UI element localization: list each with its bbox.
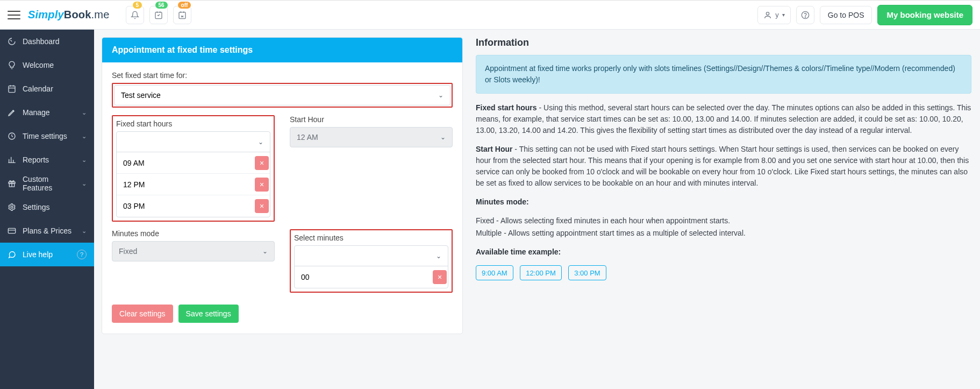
svg-point-2 <box>767 12 769 15</box>
info-paragraph-multiple-mode: Multiple - Allows setting appointment st… <box>476 228 971 239</box>
chevron-down-icon: ⌄ <box>82 109 87 116</box>
panel-title: Appointment at fixed time settings <box>102 38 462 62</box>
tasks-button[interactable]: 56 <box>149 6 168 24</box>
svg-rect-10 <box>8 228 15 233</box>
logo[interactable]: SimplyBook.me <box>28 9 110 21</box>
chevron-down-icon: ⌄ <box>438 91 443 99</box>
time-example-pills: 9:00 AM 12:00 PM 3:00 PM <box>476 265 971 280</box>
fixed-hours-box: ⌄ 09 AM × 12 PM × <box>116 131 270 217</box>
notifications-button[interactable]: 5 <box>126 6 144 24</box>
my-booking-website-button[interactable]: My booking website <box>877 5 972 25</box>
chevron-down-icon: ⌄ <box>82 228 87 235</box>
question-icon <box>801 11 810 19</box>
service-select-label: Set fixed start time for: <box>112 71 453 80</box>
info-paragraph-fixed-hours: Fixed start hours - Using this method, s… <box>476 102 971 136</box>
information-column: Information Appointment at fixed time wo… <box>476 37 971 380</box>
sidebar-item-label: Custom Features <box>23 175 75 192</box>
svg-rect-1 <box>179 12 185 18</box>
menu-toggle[interactable] <box>8 9 20 22</box>
minute-item: 00 × <box>295 266 448 288</box>
sidebar-item-settings[interactable]: Settings <box>0 195 94 219</box>
gear-icon <box>8 203 16 211</box>
user-icon <box>763 11 772 19</box>
sidebar-item-label: Reports <box>23 155 49 164</box>
sidebar-item-welcome[interactable]: Welcome <box>0 53 94 77</box>
info-bold: Fixed start hours <box>476 103 537 112</box>
fixed-hour-item: 12 PM × <box>117 174 270 195</box>
select-minutes-label: Select minutes <box>294 234 448 242</box>
service-select-value: Test service <box>121 91 161 100</box>
sidebar-item-custom-features[interactable]: Custom Features ⌄ <box>0 172 94 195</box>
svg-point-9 <box>11 206 13 208</box>
svg-rect-5 <box>9 86 15 93</box>
chevron-down-icon: ⌄ <box>82 157 87 164</box>
logo-part1: Simply <box>28 9 64 21</box>
minutes-mode-value: Fixed <box>119 247 137 256</box>
chat-icon <box>8 250 16 259</box>
select-minutes-box: ⌄ 00 × <box>294 245 448 288</box>
sidebar-item-time-settings[interactable]: Time settings ⌄ <box>0 124 94 148</box>
fixed-hours-add-select[interactable]: ⌄ <box>117 132 270 152</box>
clear-settings-button[interactable]: Clear settings <box>112 305 173 323</box>
main-content: Appointment at fixed time settings Set f… <box>94 30 980 389</box>
remove-fixed-hour-button[interactable]: × <box>255 199 269 213</box>
info-bold: Minutes mode: <box>476 197 529 206</box>
bell-icon <box>131 11 139 19</box>
chevron-down-icon: ⌄ <box>258 138 263 146</box>
help-icon: ? <box>77 250 87 259</box>
logo-part2: Book <box>64 9 91 21</box>
sidebar-item-dashboard[interactable]: Dashboard <box>0 30 94 53</box>
sidebar-item-label: Plans & Prices <box>23 227 71 235</box>
chevron-down-icon: ⌄ <box>82 180 87 187</box>
topbar: SimplyBook.me 5 56 off y ▾ Go to POS My … <box>0 1 980 30</box>
calendar-icon <box>8 84 16 93</box>
select-minutes-add-select[interactable]: ⌄ <box>295 246 448 266</box>
user-label: y <box>775 11 779 19</box>
save-settings-button[interactable]: Save settings <box>178 305 239 323</box>
go-to-pos-button[interactable]: Go to POS <box>820 6 872 24</box>
service-select[interactable]: Test service ⌄ <box>114 85 450 105</box>
info-paragraph-start-hour: Start Hour - This setting can not be use… <box>476 144 971 189</box>
fixed-hour-item: 03 PM × <box>117 195 270 217</box>
svg-point-4 <box>805 17 805 17</box>
sidebar-item-label: Manage <box>23 108 50 117</box>
chevron-down-icon: ⌄ <box>82 133 87 140</box>
status-badge: off <box>178 2 191 9</box>
minutes-mode-label: Minutes mode <box>112 229 275 238</box>
fixed-hour-label: 03 PM <box>123 202 145 210</box>
logo-part3: .me <box>91 9 110 21</box>
fixed-hours-label: Fixed start hours <box>116 119 270 128</box>
chevron-down-icon: ⌄ <box>440 133 446 141</box>
info-paragraph-minutes-mode-title: Minutes mode: <box>476 196 971 208</box>
chevron-down-icon: ⌄ <box>262 247 268 255</box>
user-menu[interactable]: y ▾ <box>757 6 791 24</box>
save-settings-label: Save settings <box>186 309 231 318</box>
fixed-hour-label: 12 PM <box>123 180 145 189</box>
time-pill: 3:00 PM <box>568 265 606 280</box>
sidebar-item-manage[interactable]: Manage ⌄ <box>0 101 94 124</box>
help-button[interactable] <box>796 6 814 24</box>
sidebar-item-live-help[interactable]: Live help ? <box>0 243 94 266</box>
start-hour-select[interactable]: 12 AM ⌄ <box>290 127 453 147</box>
chevron-down-icon: ⌄ <box>436 252 441 260</box>
remove-minute-button[interactable]: × <box>433 270 447 284</box>
time-pill: 12:00 PM <box>520 265 562 280</box>
info-paragraph-fixed-mode: Fixed - Allows selecting fixed minutes i… <box>476 215 971 227</box>
tasks-badge: 56 <box>155 2 168 9</box>
bar-icon <box>8 155 16 164</box>
minutes-mode-select[interactable]: Fixed ⌄ <box>112 241 275 261</box>
status-button[interactable]: off <box>173 6 191 24</box>
clear-settings-label: Clear settings <box>119 309 166 318</box>
clock-icon <box>8 132 16 140</box>
sidebar-item-label: Settings <box>23 203 50 211</box>
start-hour-label: Start Hour <box>290 115 453 124</box>
remove-fixed-hour-button[interactable]: × <box>255 178 269 192</box>
card-icon <box>8 227 16 235</box>
sidebar-item-plans-prices[interactable]: Plans & Prices ⌄ <box>0 219 94 243</box>
calendar-x-icon <box>178 11 187 19</box>
remove-fixed-hour-button[interactable]: × <box>255 156 269 170</box>
sidebar-item-calendar[interactable]: Calendar <box>0 77 94 101</box>
sidebar-item-label: Calendar <box>23 84 53 93</box>
sidebar-item-reports[interactable]: Reports ⌄ <box>0 148 94 172</box>
settings-panel: Appointment at fixed time settings Set f… <box>102 37 463 334</box>
